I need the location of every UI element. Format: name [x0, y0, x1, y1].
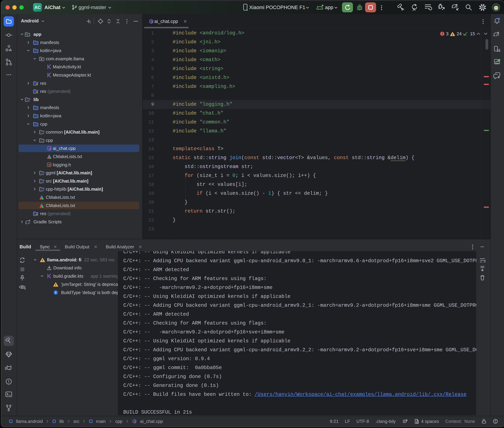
svg-text:A: A [413, 7, 415, 11]
svg-text:H: H [48, 163, 51, 167]
svg-text:C: C [48, 147, 50, 150]
svg-text:C: C [134, 420, 135, 423]
